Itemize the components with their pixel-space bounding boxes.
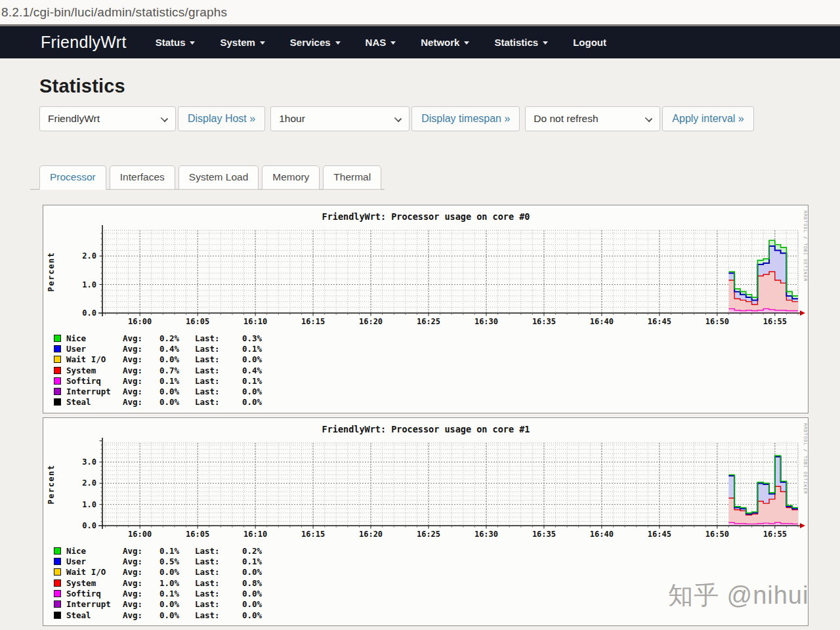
svg-text:2.0: 2.0	[82, 251, 96, 261]
caret-down-icon	[335, 41, 341, 45]
legend-avg-label: Avg:	[123, 610, 154, 620]
nav-item-logout[interactable]: Logout	[573, 37, 606, 48]
svg-text:16:05: 16:05	[186, 317, 209, 326]
url-text: 8.2.1/cgi-bin/luci/admin/statistics/grap…	[0, 5, 227, 20]
nav-item-nas[interactable]: NAS	[366, 37, 396, 48]
graph-controls: FriendlyWrt Display Host » 1hour Display…	[39, 106, 840, 131]
caret-down-icon	[390, 41, 396, 45]
legend-row: SoftirqAvg:0.1%Last:0.1%	[43, 375, 808, 386]
legend-last-value: 0.0%	[228, 567, 262, 577]
legend-avg-value: 1.0%	[154, 578, 179, 588]
legend-row: InterruptAvg:0.0%Last:0.0%	[43, 386, 808, 396]
main-content: Statistics FriendlyWrt Display Host » 1h…	[0, 75, 840, 630]
caret-down-icon	[260, 41, 265, 45]
legend-last-value: 0.1%	[228, 344, 262, 354]
legend-swatch-icon	[54, 356, 61, 363]
display-timespan-button[interactable]: Display timespan »	[411, 106, 520, 131]
legend-series-name: System	[66, 366, 123, 375]
legend-last-value: 0.4%	[228, 366, 262, 375]
legend-avg-label: Avg:	[123, 578, 154, 588]
host-select[interactable]: FriendlyWrt	[39, 106, 176, 131]
legend-avg-label: Avg:	[123, 599, 154, 609]
svg-text:16:45: 16:45	[648, 317, 671, 326]
apply-interval-button[interactable]: Apply interval »	[662, 106, 753, 131]
legend-last-label: Last:	[195, 567, 228, 577]
nav-item-services[interactable]: Services	[290, 37, 341, 48]
legend-last-value: 0.2%	[228, 546, 262, 556]
legend-avg-value: 0.7%	[154, 366, 179, 375]
svg-text:16:55: 16:55	[763, 530, 787, 539]
svg-text:16:10: 16:10	[243, 530, 267, 539]
legend-last-label: Last:	[195, 366, 228, 375]
legend-swatch-icon	[54, 558, 61, 565]
svg-text:16:50: 16:50	[705, 317, 729, 326]
tab-system-load[interactable]: System Load	[178, 165, 259, 190]
svg-text:3.0: 3.0	[82, 457, 96, 467]
legend-last-label: Last:	[195, 397, 228, 407]
caret-down-icon	[190, 41, 195, 45]
watermark: 知乎 @nihui	[668, 579, 808, 612]
legend-avg-value: 0.2%	[154, 333, 179, 343]
legend-swatch-icon	[54, 612, 61, 619]
legend-avg-label: Avg:	[123, 589, 154, 598]
legend-series-name: Steal	[66, 610, 123, 620]
legend-avg-value: 0.5%	[154, 556, 179, 566]
legend-last-value: 0.0%	[228, 599, 262, 609]
legend-avg-value: 0.0%	[154, 567, 179, 577]
legend-swatch-icon	[54, 590, 61, 597]
svg-text:16:25: 16:25	[417, 530, 440, 539]
statistics-tabs: Processor Interfaces System Load Memory …	[30, 165, 385, 190]
legend-last-label: Last:	[195, 556, 228, 566]
nav-item-system[interactable]: System	[220, 37, 264, 48]
legend-last-value: 0.1%	[228, 556, 262, 566]
legend-last-label: Last:	[195, 546, 228, 556]
nav-item-statistics[interactable]: Statistics	[494, 37, 548, 48]
legend-series-name: Steal	[66, 397, 123, 407]
tab-memory[interactable]: Memory	[262, 165, 320, 190]
legend-swatch-icon	[54, 579, 61, 587]
legend-avg-label: Avg:	[123, 387, 154, 396]
legend-series-name: System	[66, 578, 123, 588]
legend-last-value: 0.8%	[228, 578, 262, 588]
svg-text:16:20: 16:20	[359, 317, 383, 326]
legend-series-name: User	[66, 556, 123, 566]
legend-avg-value: 0.1%	[154, 589, 179, 598]
legend-last-label: Last:	[195, 589, 228, 598]
legend-row: Wait I/OAvg:0.0%Last:0.0%	[43, 354, 808, 365]
legend-swatch-icon	[54, 600, 61, 608]
timespan-select[interactable]: 1hour	[270, 106, 410, 131]
rrdtool-credit-label: RRDTOOL / TOBI OETIKER	[803, 423, 808, 494]
svg-text:FriendlyWrt: Processor usage o: FriendlyWrt: Processor usage on core #1	[322, 424, 530, 434]
refresh-select[interactable]: Do not refresh	[525, 106, 660, 131]
legend-row: Wait I/OAvg:0.0%Last:0.0%	[43, 567, 808, 578]
legend-avg-label: Avg:	[123, 366, 154, 375]
legend-avg-value: 0.0%	[154, 354, 179, 364]
tab-interfaces[interactable]: Interfaces	[110, 165, 175, 190]
svg-text:16:00: 16:00	[128, 317, 152, 326]
nav-item-network[interactable]: Network	[421, 37, 469, 48]
nav-item-status[interactable]: Status	[156, 37, 196, 48]
svg-text:16:35: 16:35	[532, 530, 556, 539]
legend-series-name: Interrupt	[66, 599, 123, 609]
legend-swatch-icon	[54, 388, 61, 395]
svg-text:1.0: 1.0	[82, 280, 96, 289]
graphs-list: FriendlyWrt: Processor usage on core #01…	[43, 205, 840, 630]
legend-last-value: 0.0%	[228, 610, 262, 620]
svg-text:16:00: 16:00	[128, 530, 152, 539]
legend-series-name: Interrupt	[66, 387, 123, 396]
page-title: Statistics	[39, 75, 840, 97]
tab-processor[interactable]: Processor	[39, 165, 106, 190]
tab-thermal[interactable]: Thermal	[323, 165, 381, 190]
legend-series-name: Softirq	[66, 589, 123, 598]
legend-avg-value: 0.1%	[154, 546, 179, 556]
legend-avg-value: 0.0%	[154, 599, 179, 609]
chevron-down-icon	[394, 115, 402, 122]
legend-avg-label: Avg:	[123, 354, 154, 364]
graph-legend: NiceAvg:0.2%Last:0.3%UserAvg:0.4%Last:0.…	[43, 330, 808, 413]
legend-series-name: Wait I/O	[66, 567, 123, 577]
display-host-button[interactable]: Display Host »	[178, 106, 265, 131]
legend-swatch-icon	[54, 377, 61, 385]
legend-avg-value: 0.1%	[154, 376, 179, 386]
legend-last-label: Last:	[195, 387, 228, 396]
brand-friendlywrt[interactable]: FriendlyWrt	[41, 33, 127, 52]
